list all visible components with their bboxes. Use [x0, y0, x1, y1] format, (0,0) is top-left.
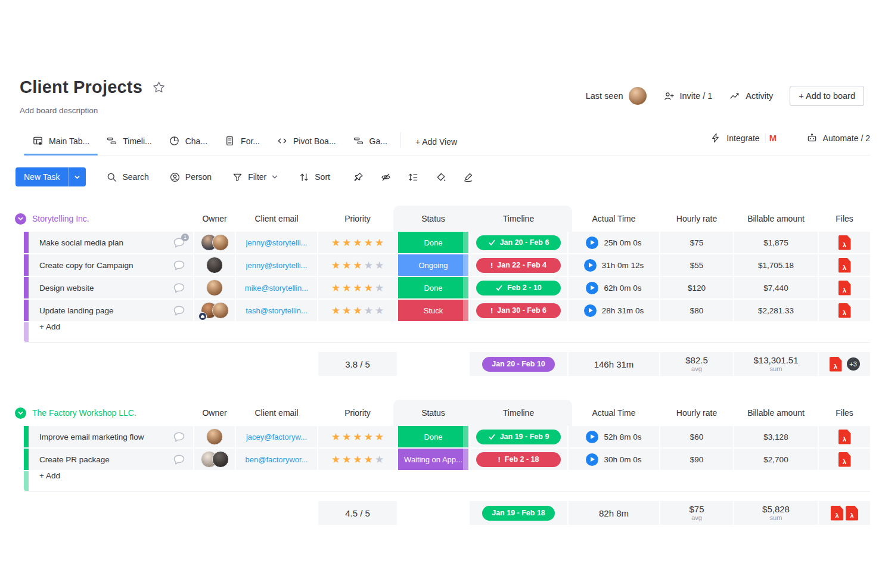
files-cell[interactable]: λ	[819, 254, 870, 276]
chat-bubble-button[interactable]	[172, 304, 186, 318]
owner-cell[interactable]	[194, 300, 235, 321]
actual-time-cell[interactable]: 30h 0m 0s	[569, 449, 659, 470]
owner-cell[interactable]	[194, 449, 235, 470]
group-name[interactable]: The Factory Workshop LLC.	[32, 408, 136, 418]
actual-time-cell[interactable]: 31h 0m 12s	[569, 254, 659, 276]
pdf-file-icon[interactable]: λ	[838, 258, 851, 273]
column-header-actual-time[interactable]: Actual Time	[569, 401, 659, 425]
star-icon[interactable]: ★	[342, 431, 351, 443]
star-icon[interactable]: ★	[353, 431, 362, 443]
client-email-cell[interactable]: jacey@factoryw...	[236, 426, 317, 447]
billable-amount-cell[interactable]: $1,705.18	[734, 254, 818, 276]
play-timer-button[interactable]	[586, 431, 598, 443]
column-header-status[interactable]: Status	[398, 207, 468, 231]
star-icon[interactable]: ★	[331, 259, 340, 272]
favorite-star-icon[interactable]	[152, 80, 166, 94]
owner-avatars[interactable]	[201, 302, 229, 319]
filter-button[interactable]: Filter	[232, 172, 278, 183]
timeline-pill[interactable]: !Jan 22 - Feb 4	[476, 258, 561, 273]
column-header-hourly-rate[interactable]: Hourly rate	[660, 207, 733, 231]
avatar[interactable]	[212, 451, 229, 468]
item-height-icon[interactable]	[408, 172, 419, 183]
star-icon[interactable]: ★	[364, 282, 373, 294]
owner-cell[interactable]	[194, 277, 235, 298]
hourly-rate-cell[interactable]: $75	[660, 232, 733, 253]
chat-bubble-button[interactable]: 1	[172, 236, 186, 250]
owner-cell[interactable]	[194, 426, 235, 447]
status-cell[interactable]: Waiting on App...	[398, 449, 468, 470]
tab-chart[interactable]: Cha...	[160, 132, 216, 155]
add-to-board-button[interactable]: + Add to board	[790, 86, 864, 106]
task-name[interactable]: Improve email marketing flow	[29, 433, 172, 441]
timeline-cell[interactable]: !Feb 2 - 18	[470, 449, 567, 470]
star-icon[interactable]: ★	[364, 431, 373, 443]
hourly-rate-cell[interactable]: $120	[660, 277, 733, 298]
priority-stars[interactable]: ★★★★★	[331, 431, 384, 443]
priority-stars[interactable]: ★★★★★	[331, 237, 384, 249]
star-icon[interactable]: ★	[375, 304, 384, 317]
star-icon[interactable]: ★	[342, 259, 351, 272]
email-link[interactable]: tash@storytellin...	[246, 306, 308, 315]
tab-main-table[interactable]: Main Tab...	[24, 132, 98, 155]
status-cell[interactable]: Done	[398, 277, 468, 298]
star-icon[interactable]: ★	[364, 453, 373, 466]
timeline-cell[interactable]: Jan 20 - Feb 6	[470, 232, 567, 253]
pdf-file-icon[interactable]: λ	[830, 357, 842, 372]
group-collapse-chevron-icon[interactable]	[15, 213, 26, 225]
star-icon[interactable]: ★	[364, 259, 373, 272]
column-header-owner[interactable]: Owner	[194, 401, 235, 425]
tab-timeline[interactable]: Timeli...	[98, 132, 160, 155]
priority-stars[interactable]: ★★★★★	[331, 453, 384, 466]
column-header-timeline[interactable]: Timeline	[470, 401, 567, 425]
star-icon[interactable]: ★	[331, 431, 340, 443]
timeline-cell[interactable]: Feb 2 - 10	[470, 277, 567, 298]
client-email-cell[interactable]: ben@factorywor...	[236, 449, 317, 470]
sort-button[interactable]: Sort	[299, 172, 330, 183]
play-timer-button[interactable]	[586, 282, 598, 294]
star-icon[interactable]: ★	[353, 237, 362, 249]
tab-pivot-board[interactable]: Pivot Boa...	[268, 132, 344, 155]
color-bucket-icon[interactable]	[435, 172, 446, 183]
hourly-rate-cell[interactable]: $80	[660, 300, 733, 321]
timeline-pill[interactable]: Jan 20 - Feb 6	[476, 235, 561, 250]
timeline-cell[interactable]: !Jan 30 - Feb 6	[470, 300, 567, 321]
group-title[interactable]: Storytelling Inc.	[15, 207, 193, 231]
pdf-file-icon[interactable]: λ	[838, 235, 851, 250]
owner-cell[interactable]	[194, 254, 235, 276]
avatar[interactable]	[206, 257, 223, 273]
column-header-client-email[interactable]: Client email	[236, 401, 317, 425]
billable-amount-cell[interactable]: $7,440	[734, 277, 818, 298]
task-name[interactable]: Create copy for Campaign	[29, 261, 172, 270]
task-name-cell[interactable]: Make social media plan1	[24, 232, 193, 253]
group-collapse-chevron-icon[interactable]	[15, 407, 26, 419]
timeline-pill[interactable]: !Jan 30 - Feb 6	[476, 303, 561, 318]
task-name-cell[interactable]: Create copy for Campaign	[24, 254, 193, 276]
play-timer-button[interactable]	[584, 259, 597, 272]
column-header-files[interactable]: Files	[819, 401, 870, 425]
owner-avatars[interactable]	[206, 279, 223, 296]
status-cell[interactable]: Stuck	[398, 300, 468, 321]
play-timer-button[interactable]	[586, 237, 598, 249]
hourly-rate-cell[interactable]: $55	[660, 254, 733, 276]
timeline-pill[interactable]: !Feb 2 - 18	[476, 452, 561, 467]
owner-avatars[interactable]	[206, 428, 223, 445]
client-email-cell[interactable]: mike@storytellin...	[236, 277, 317, 298]
star-icon[interactable]: ★	[375, 282, 384, 294]
priority-cell[interactable]: ★★★★★	[318, 277, 397, 298]
owner-avatars[interactable]	[201, 451, 229, 468]
edit-pen-icon[interactable]	[462, 172, 474, 183]
column-header-owner[interactable]: Owner	[194, 207, 235, 231]
search-button[interactable]: Search	[106, 172, 148, 183]
timeline-pill[interactable]: Jan 19 - Feb 9	[476, 430, 561, 444]
tab-form[interactable]: For...	[216, 132, 268, 155]
last-seen[interactable]: Last seen	[586, 87, 647, 105]
client-email-cell[interactable]: jenny@storytelli...	[236, 232, 317, 253]
star-icon[interactable]: ★	[375, 237, 384, 249]
avatar[interactable]	[206, 428, 223, 445]
owner-avatars[interactable]	[206, 257, 223, 273]
star-icon[interactable]: ★	[353, 453, 362, 466]
group-title[interactable]: The Factory Workshop LLC.	[15, 401, 193, 425]
task-name[interactable]: Design website	[29, 284, 172, 293]
files-cell[interactable]: λ	[819, 449, 870, 470]
pdf-file-icon[interactable]: λ	[838, 281, 851, 295]
